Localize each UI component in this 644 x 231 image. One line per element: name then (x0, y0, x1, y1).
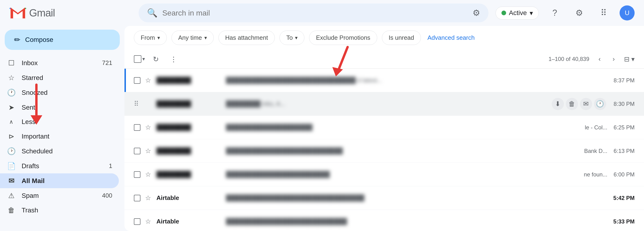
star-icon[interactable]: ☆ (145, 170, 151, 178)
sidebar-item-snoozed[interactable]: 🕐 Snoozed (0, 85, 119, 100)
apps-button[interactable]: ⠿ (595, 5, 612, 22)
delete-action-icon[interactable]: 🗑 (566, 98, 578, 110)
has-attachment-filter[interactable]: Has attachment (218, 31, 275, 45)
row-checkbox[interactable] (134, 77, 140, 84)
is-unread-label: Is unread (389, 34, 414, 41)
row-checkbox[interactable] (134, 124, 140, 131)
important-icon: ⊳ (6, 132, 16, 140)
drafts-label: Drafts (22, 162, 103, 170)
email-row[interactable]: ☆ ████████ ███████████████████████████ B… (124, 139, 644, 163)
email-row[interactable]: ☆ ████████ ████████████████████████ ne f… (124, 163, 644, 186)
gmail-logo-icon (10, 6, 26, 20)
sidebar-item-inbox[interactable]: ☐ Inbox 721 (0, 56, 119, 70)
email-row-left: ☆ (134, 76, 153, 84)
drafts-count: 1 (109, 162, 112, 170)
email-row[interactable]: ☆ ████████ █████████████████████████████… (124, 69, 644, 92)
select-all-checkbox[interactable] (134, 55, 142, 63)
email-row[interactable]: ⠿ ████████ ████████ inks, A... ⬇ 🗑 ✉ 🕐 8… (124, 92, 644, 116)
exclude-promotions-filter[interactable]: Exclude Promotions (309, 31, 377, 45)
snooze-action-icon[interactable]: 🕐 (594, 98, 606, 110)
prev-page-button[interactable]: ‹ (593, 53, 606, 66)
more-options-button[interactable]: ⋮ (166, 52, 180, 66)
email-row[interactable]: ☆ ████████ ████████████████████ le - Col… (124, 116, 644, 139)
view-toggle-icon: ⊟ (624, 55, 630, 63)
email-sender: ████████ (156, 171, 222, 178)
row-checkbox[interactable] (134, 171, 140, 178)
email-row[interactable]: ☆ Airtable ████████████████████████████ … (124, 210, 644, 231)
row-actions: ⬇ 🗑 ✉ 🕐 (552, 98, 606, 110)
allmail-icon: ✉ (6, 177, 16, 185)
starred-icon: ☆ (6, 74, 16, 82)
active-label: Active (509, 9, 527, 17)
spam-icon: ⚠ (6, 191, 16, 200)
less-label: Less (22, 118, 112, 126)
star-icon[interactable]: ☆ (145, 76, 151, 84)
star-icon[interactable]: ☆ (145, 147, 151, 155)
search-tune-icon[interactable]: ⚙ (472, 8, 480, 18)
sidebar-item-drafts[interactable]: 📄 Drafts 1 (0, 159, 119, 173)
drafts-icon: 📄 (6, 162, 16, 170)
email-sender: Airtable (156, 218, 222, 225)
row-checkbox[interactable] (134, 218, 140, 225)
email-row-left: ☆ (134, 194, 153, 202)
gmail-logo: Gmail (10, 6, 55, 20)
is-unread-filter[interactable]: Is unread (382, 31, 421, 45)
sidebar-item-sent[interactable]: ➤ Sent (0, 100, 119, 115)
email-row-left: ⠿ (134, 100, 153, 108)
spam-label: Spam (22, 192, 96, 199)
filter-bar: From ▾ Any time ▾ Has attachment To ▾ Ex… (124, 26, 644, 50)
email-row[interactable]: ☆ Airtable █████████████████████████████… (124, 186, 644, 210)
sent-label: Sent (22, 104, 112, 111)
header-right: Active ▾ ? ⚙ ⠿ U (496, 5, 634, 22)
less-icon: ∧ (6, 119, 16, 125)
settings-button[interactable]: ⚙ (571, 5, 588, 22)
sidebar: ✏ Compose ☐ Inbox 721 ☆ Starred 🕐 Snooze… (0, 26, 124, 231)
mark-unread-action-icon[interactable]: ✉ (580, 98, 592, 110)
select-all-dropdown[interactable]: ▾ (142, 56, 145, 62)
has-attachment-label: Has attachment (225, 34, 268, 41)
refresh-button[interactable]: ↻ (149, 52, 163, 66)
email-body: ████████████████████████ (226, 171, 576, 178)
email-body: ████████████████████████████████ (226, 194, 606, 202)
email-time: 5:42 PM (613, 195, 634, 201)
help-button[interactable]: ? (546, 5, 563, 22)
next-page-button[interactable]: › (607, 53, 620, 66)
toolbar-row: ▾ ↻ ⋮ 1–100 of 40,839 ‹ › ⊟ ▾ (124, 50, 644, 69)
sidebar-item-less[interactable]: ∧ Less (0, 115, 119, 129)
sidebar-item-important[interactable]: ⊳ Important (0, 129, 119, 144)
email-sender: ████████ (156, 77, 222, 84)
sidebar-item-allmail[interactable]: ✉ All Mail (0, 173, 119, 188)
sidebar-item-trash[interactable]: 🗑 Trash (0, 203, 119, 217)
header: Gmail 🔍 ⚙ Active ▾ ? ⚙ ⠿ U (0, 0, 644, 26)
star-icon[interactable]: ☆ (145, 123, 151, 131)
row-checkbox[interactable] (134, 195, 140, 201)
content-area: From ▾ Any time ▾ Has attachment To ▾ Ex… (124, 26, 644, 231)
anytime-label: Any time (178, 34, 202, 41)
search-bar: 🔍 ⚙ (138, 4, 488, 22)
anytime-filter[interactable]: Any time ▾ (172, 31, 214, 45)
view-toggle[interactable]: ⊟ ▾ (624, 55, 634, 63)
email-body: ████████████████████ (226, 124, 577, 131)
compose-button[interactable]: ✏ Compose (5, 30, 120, 50)
row-checkbox[interactable] (134, 148, 140, 154)
to-filter[interactable]: To ▾ (280, 31, 304, 45)
star-icon[interactable]: ☆ (145, 194, 151, 202)
sidebar-item-starred[interactable]: ☆ Starred (0, 70, 119, 85)
sidebar-item-scheduled[interactable]: 🕑 Scheduled (0, 144, 119, 159)
archive-action-icon[interactable]: ⬇ (552, 98, 564, 110)
active-status-badge[interactable]: Active ▾ (496, 7, 539, 20)
search-input[interactable] (162, 9, 468, 18)
star-icon[interactable]: ☆ (145, 217, 151, 225)
drag-handle-icon[interactable]: ⠿ (134, 100, 139, 108)
advanced-search-link[interactable]: Advanced search (428, 34, 475, 41)
gmail-label: Gmail (29, 7, 55, 19)
sidebar-item-spam[interactable]: ⚠ Spam 400 (0, 188, 119, 203)
important-label: Important (22, 133, 112, 140)
email-sender: ████████ (156, 147, 222, 155)
email-row-left: ☆ (134, 217, 153, 225)
anytime-chevron: ▾ (204, 35, 207, 41)
email-time: le - Col... 6:25 PM (585, 124, 634, 131)
from-filter[interactable]: From ▾ (134, 31, 167, 45)
avatar[interactable]: U (620, 6, 634, 21)
email-time: ne foun... 6:00 PM (584, 171, 634, 178)
